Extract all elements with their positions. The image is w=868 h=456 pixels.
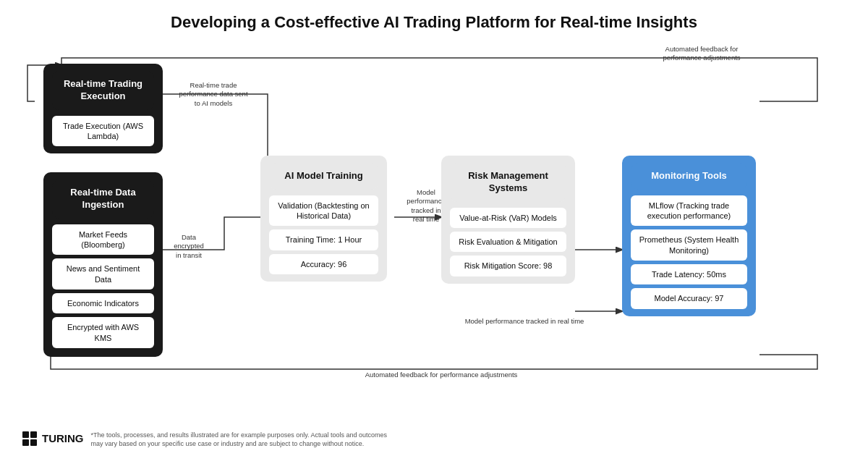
svg-rect-2 — [22, 439, 29, 446]
label-auto-feedback-bottom: Automated feedback for performance adjus… — [347, 371, 535, 379]
svg-rect-1 — [30, 431, 37, 438]
trading-execution-block: Real-time Trading Execution Trade Execut… — [43, 64, 163, 153]
ai-model-block: AI Model Training Validation (Backtestin… — [260, 156, 387, 282]
turing-logo: TURING — [22, 431, 84, 447]
label-automated-top: Automated feedback forperformance adjust… — [651, 45, 752, 63]
turing-logo-text: TURING — [42, 432, 84, 444]
turing-logo-icon — [22, 431, 38, 447]
svg-rect-0 — [22, 431, 29, 438]
ai-model-item-0: Validation (Backtesting on Historical Da… — [269, 195, 378, 227]
page-title: Developing a Cost-effective AI Trading P… — [22, 13, 846, 32]
data-ingestion-item-2: Economic Indicators — [52, 293, 154, 313]
monitoring-item-2: Trade Latency: 50ms — [631, 264, 747, 284]
ai-model-item-2: Accuracy: 96 — [269, 254, 378, 274]
data-ingestion-item-3: Encrypted with AWS KMS — [52, 317, 154, 348]
label-realtime-trade: Real-time tradeperformance data sentto A… — [174, 81, 253, 108]
footer-disclaimer: *The tools, processes, and results illus… — [91, 431, 388, 449]
trading-execution-inner: Trade Execution (AWS Lambda) — [52, 116, 154, 147]
svg-rect-3 — [30, 439, 37, 446]
ai-model-title: AI Model Training — [269, 163, 378, 190]
monitoring-item-1: Prometheus (System Health Monitoring) — [631, 229, 747, 261]
footer: TURING *The tools, processes, and result… — [22, 431, 846, 449]
monitoring-title: Monitoring Tools — [631, 163, 747, 190]
risk-mgmt-item-0: Value-at-Risk (VaR) Models — [450, 208, 566, 228]
risk-mgmt-block: Risk Management Systems Value-at-Risk (V… — [441, 156, 575, 284]
ai-model-item-1: Training Time: 1 Hour — [269, 229, 378, 250]
monitoring-block: Monitoring Tools MLflow (Tracking trade … — [622, 156, 756, 316]
label-model-perf-rt: Model performance tracked in real time — [441, 317, 608, 326]
risk-mgmt-item-2: Risk Mitigation Score: 98 — [450, 256, 566, 276]
page: Developing a Cost-effective AI Trading P… — [0, 0, 868, 456]
data-ingestion-title: Real-time Data Ingestion — [52, 180, 154, 219]
risk-mgmt-title: Risk Management Systems — [450, 163, 566, 202]
monitoring-item-3: Model Accuracy: 97 — [631, 288, 747, 308]
trading-execution-title: Real-time Trading Execution — [52, 71, 154, 110]
data-ingestion-item-0: Market Feeds (Bloomberg) — [52, 224, 154, 256]
label-data-encrypted: Dataencryptedin transit — [163, 233, 214, 260]
data-ingestion-item-1: News and Sentiment Data — [52, 258, 154, 290]
risk-mgmt-item-1: Risk Evaluation & Mitigation — [450, 232, 566, 252]
monitoring-item-0: MLflow (Tracking trade execution perform… — [631, 195, 747, 227]
data-ingestion-block: Real-time Data Ingestion Market Feeds (B… — [43, 172, 163, 357]
